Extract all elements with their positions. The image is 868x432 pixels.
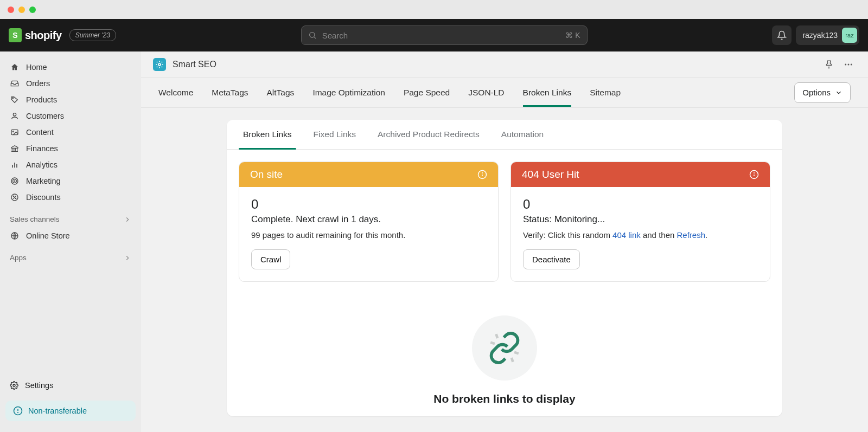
shopify-logo[interactable]: S shopify [9, 28, 62, 42]
svg-point-5 [12, 131, 14, 132]
subtab-automation[interactable]: Automation [501, 120, 544, 149]
userhit-status: Status: Monitoring... [523, 214, 758, 225]
svg-line-33 [514, 352, 519, 354]
sidebar-item-label: Analytics [26, 160, 58, 169]
tab-welcome[interactable]: Welcome [158, 79, 193, 106]
app-title: Smart SEO [173, 60, 216, 69]
userhit-panel-header: 404 User Hit [511, 162, 770, 187]
chevron-down-icon [835, 89, 843, 96]
svg-point-24 [851, 63, 852, 65]
tab-metatags[interactable]: MetaTags [212, 79, 248, 106]
sidebar-item-discounts[interactable]: Discounts [0, 189, 141, 205]
pin-icon [824, 60, 834, 69]
sidebar-section-apps[interactable]: Apps [0, 249, 141, 266]
sidebar-item-label: Discounts [26, 193, 61, 202]
tab-alttags[interactable]: AltTags [267, 79, 295, 106]
onsite-status: Complete. Next crawl in 1 days. [251, 214, 486, 225]
sidebar-item-products[interactable]: Products [0, 92, 141, 108]
more-button[interactable] [841, 57, 856, 72]
subtabs: Broken LinksFixed LinksArchived Product … [227, 120, 782, 150]
notifications-button[interactable] [772, 25, 792, 45]
subtab-archived-product-redirects[interactable]: Archived Product Redirects [378, 120, 480, 149]
svg-point-2 [12, 98, 14, 99]
svg-point-20 [18, 412, 18, 413]
window-chrome [0, 0, 868, 19]
info-icon[interactable] [477, 170, 487, 179]
sidebar-item-label: Marketing [26, 177, 61, 185]
search-icon [308, 31, 317, 40]
app-tabs: WelcomeMetaTagsAltTagsImage Optimization… [141, 78, 868, 108]
panel-title: On site [250, 169, 283, 180]
sidebar-item-customers[interactable]: Customers [0, 108, 141, 124]
svg-point-22 [845, 63, 846, 65]
svg-point-11 [14, 180, 15, 181]
sidebar-item-label: Customers [26, 112, 64, 120]
sidebar-item-home[interactable]: Home [0, 59, 141, 75]
sidebar-item-orders[interactable]: Orders [0, 75, 141, 92]
sidebar-item-label: Products [26, 95, 57, 104]
sidebar-item-settings[interactable]: Settings [0, 376, 141, 395]
user-menu[interactable]: razyak123 raz [796, 25, 859, 45]
tab-json-ld[interactable]: JSON-LD [468, 79, 504, 106]
chevron-right-icon [124, 254, 131, 262]
svg-point-15 [15, 198, 16, 198]
svg-point-17 [13, 384, 15, 386]
svg-point-30 [754, 173, 755, 173]
userhit-verify: Verify: Click this random 404 link and t… [523, 230, 758, 240]
sidebar-item-label: Content [26, 128, 54, 137]
tab-sitemap[interactable]: Sitemap [590, 79, 621, 106]
bank-icon [10, 144, 20, 153]
broken-links-card: Broken LinksFixed LinksArchived Product … [227, 120, 782, 416]
subtab-fixed-links[interactable]: Fixed Links [314, 120, 356, 149]
brand-text: shopify [25, 29, 62, 42]
sidebar-item-finances[interactable]: Finances [0, 140, 141, 157]
sidebar-item-content[interactable]: Content [0, 124, 141, 140]
deactivate-button[interactable]: Deactivate [523, 249, 580, 269]
onsite-count: 0 [251, 197, 486, 212]
tab-page-speed[interactable]: Page Speed [404, 79, 450, 106]
svg-point-3 [13, 113, 16, 116]
sidebar-item-analytics[interactable]: Analytics [0, 157, 141, 173]
info-icon [13, 406, 23, 416]
window-close-button[interactable] [8, 7, 14, 13]
image-icon [10, 128, 20, 137]
main-content: Smart SEO WelcomeMetaTagsAltTagsImage Op… [141, 51, 868, 432]
options-button[interactable]: Options [794, 82, 851, 103]
refresh-link[interactable]: Refresh [677, 230, 706, 240]
sidebar-item-label: Online Store [26, 231, 70, 240]
panel-title: 404 User Hit [522, 169, 579, 180]
crawl-button[interactable]: Crawl [251, 249, 290, 269]
search-input[interactable]: Search ⌘ K [301, 25, 588, 45]
sidebar-section-sales-channels[interactable]: Sales channels [0, 211, 141, 228]
edition-badge: Summer '23 [69, 29, 116, 41]
user-icon [10, 112, 20, 120]
window-maximize-button[interactable] [29, 7, 36, 13]
info-icon[interactable] [749, 170, 759, 179]
tab-image-optimization[interactable]: Image Optimization [312, 79, 385, 106]
tab-broken-links[interactable]: Broken Links [523, 79, 572, 106]
404-link[interactable]: 404 link [612, 230, 641, 240]
bell-icon [777, 30, 787, 40]
onsite-panel: On site 0 Complete. Next crawl in 1 days… [239, 162, 499, 282]
sidebar-item-label: Home [26, 63, 47, 72]
chevron-right-icon [124, 216, 131, 223]
search-shortcut: ⌘ K [565, 31, 580, 40]
sidebar-item-label: Orders [26, 79, 50, 88]
section-label: Sales channels [10, 215, 60, 223]
userhit-panel: 404 User Hit 0 Status: Monitoring... Ver… [510, 162, 770, 282]
empty-icon [472, 315, 537, 381]
discount-icon [10, 193, 20, 202]
badge-text: Non-transferable [28, 407, 87, 415]
non-transferable-badge: Non-transferable [5, 401, 136, 421]
sidebar-item-online-store[interactable]: Online Store [0, 228, 141, 244]
svg-point-0 [309, 33, 314, 37]
sidebar-item-marketing[interactable]: Marketing [0, 173, 141, 189]
avatar: raz [842, 28, 857, 43]
empty-state: No broken links to display [227, 294, 782, 416]
subtab-broken-links[interactable]: Broken Links [243, 120, 292, 149]
app-header: Smart SEO [141, 51, 868, 78]
userhit-count: 0 [523, 197, 758, 212]
pin-button[interactable] [821, 57, 837, 72]
window-minimize-button[interactable] [18, 7, 25, 13]
onsite-subtext: 99 pages to audit remaining for this mon… [251, 230, 486, 240]
